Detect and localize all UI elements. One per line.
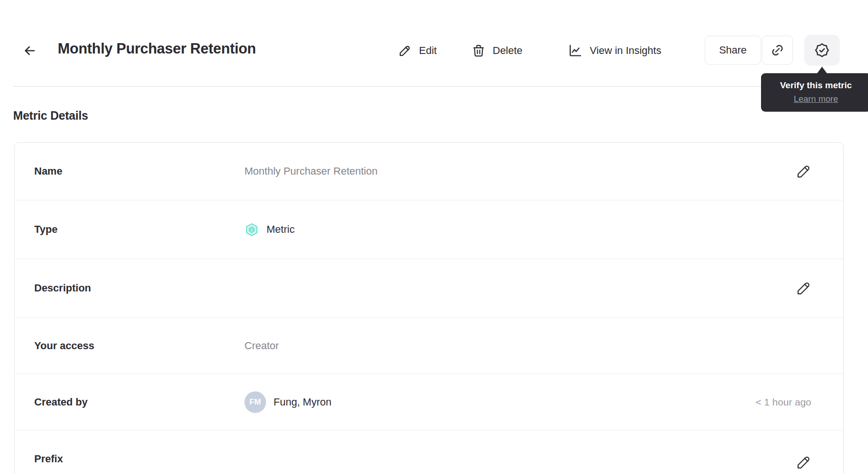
- detail-row-description: Description: [15, 259, 843, 317]
- trash-icon: [472, 44, 486, 58]
- line-chart-icon: [568, 43, 583, 58]
- row-label: Created by: [34, 396, 244, 408]
- learn-more-link[interactable]: Learn more: [794, 94, 838, 104]
- back-button[interactable]: [20, 41, 39, 61]
- name-value: Monthly Purchaser Retention: [244, 165, 378, 177]
- metric-details-card: Name Monthly Purchaser Retention Type: [14, 142, 844, 474]
- row-label: Description: [34, 282, 244, 294]
- tooltip-arrow: [817, 67, 827, 74]
- detail-row-name: Name Monthly Purchaser Retention: [15, 143, 843, 200]
- edit-button-label: Edit: [419, 45, 437, 57]
- avatar: FM: [244, 391, 266, 413]
- pencil-icon: [795, 163, 812, 180]
- created-timestamp: < 1 hour ago: [755, 397, 811, 408]
- edit-name-button[interactable]: [794, 162, 813, 181]
- arrow-left-icon: [22, 43, 37, 58]
- copy-link-button[interactable]: [762, 36, 793, 65]
- header-divider: [13, 86, 868, 87]
- page-title: Monthly Purchaser Retention: [58, 40, 256, 57]
- tooltip-title: Verify this metric: [769, 80, 862, 91]
- section-title: Metric Details: [13, 109, 88, 122]
- edit-description-button[interactable]: [794, 279, 813, 298]
- share-button[interactable]: Share: [705, 36, 761, 65]
- edit-button[interactable]: Edit: [398, 41, 437, 61]
- delete-button[interactable]: Delete: [472, 41, 523, 61]
- share-button-label: Share: [719, 44, 747, 56]
- pencil-icon: [398, 44, 412, 58]
- verified-badge-icon: [814, 42, 830, 58]
- link-icon: [770, 43, 784, 57]
- edit-prefix-button[interactable]: [794, 453, 813, 472]
- your-access-value: Creator: [244, 340, 279, 352]
- detail-row-prefix: Prefix: [15, 430, 843, 474]
- row-label: Prefix: [34, 453, 244, 465]
- detail-row-type: Type Metric: [15, 200, 843, 259]
- type-value: Metric: [266, 223, 295, 236]
- verify-tooltip: Verify this metric Learn more: [761, 73, 868, 112]
- view-in-insights-label: View in Insights: [590, 45, 661, 57]
- pencil-icon: [795, 454, 812, 471]
- metric-hexagon-icon: [244, 222, 259, 237]
- detail-row-your-access: Your access Creator: [15, 317, 843, 374]
- row-label: Name: [34, 165, 244, 177]
- delete-button-label: Delete: [493, 45, 523, 57]
- row-label: Your access: [34, 340, 244, 352]
- pencil-icon: [795, 280, 812, 297]
- row-label: Type: [34, 223, 244, 236]
- verify-metric-button[interactable]: [804, 35, 840, 66]
- created-by-value: Fung, Myron: [274, 396, 332, 408]
- detail-row-created-by: Created by FM Fung, Myron < 1 hour ago: [15, 374, 843, 430]
- view-in-insights-button[interactable]: View in Insights: [568, 41, 661, 61]
